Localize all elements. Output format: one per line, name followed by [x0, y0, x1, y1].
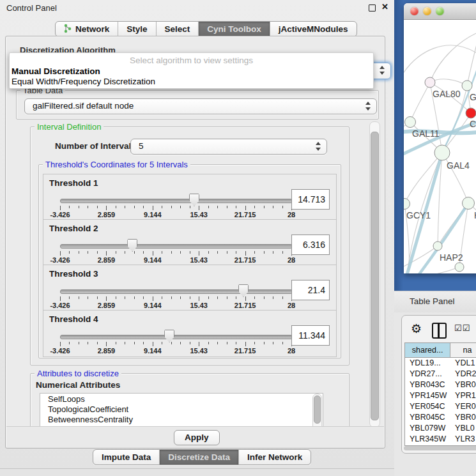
tab-discretize-data[interactable]: Discretize Data — [159, 450, 238, 464]
table-horizontal-scrollbar[interactable] — [404, 446, 476, 450]
zoom-traffic-light-icon[interactable] — [436, 7, 444, 15]
tab-network[interactable]: Network — [56, 22, 118, 36]
slider-thumb[interactable] — [164, 330, 174, 342]
network-canvas[interactable]: GAL80GACGAL11GAL4GCY1HHAP2 — [404, 20, 476, 273]
table-cell: YDL1 — [450, 358, 476, 369]
network-window: GAL80GACGAL11GAL4GCY1HHAP2 — [404, 3, 476, 273]
number-of-intervals-spinner[interactable]: 5 — [130, 139, 327, 155]
table-row[interactable]: YBR045CYBR0 — [405, 412, 476, 423]
column-layout-icon[interactable] — [432, 323, 447, 339]
select-columns-icon[interactable]: ☑☑ — [454, 323, 470, 333]
network-node[interactable] — [455, 263, 464, 272]
network-node[interactable] — [433, 242, 442, 250]
network-node[interactable] — [462, 81, 472, 91]
slider-track[interactable] — [60, 289, 293, 294]
table-row[interactable]: YDR27...YDR2 — [405, 369, 476, 380]
slider-tick-labels: -3.4262.8599.14415.4321.71528 — [60, 302, 291, 309]
bottom-tab-bar: Impute DataDiscretize DataInfer Network — [93, 449, 311, 465]
screenshot-root: Control Panel ✕ NetworkStyleSelectCyni T… — [0, 0, 476, 476]
network-node[interactable] — [404, 199, 410, 210]
dropdown-option-manual[interactable]: Manual Discretization — [12, 66, 100, 76]
settings-scroll-viewport: Interval Definition Number of Intervals … — [16, 121, 366, 426]
threshold-value-field[interactable]: 21.4 — [291, 280, 330, 300]
apply-button[interactable]: Apply — [174, 430, 220, 445]
threshold-value-field[interactable]: 14.713 — [291, 189, 330, 210]
float-window-icon[interactable] — [369, 4, 376, 12]
threshold-row-2: Threshold 2-3.4262.8599.14415.4321.71528… — [43, 219, 337, 266]
network-node[interactable] — [466, 108, 476, 118]
spinner-stepper-icon[interactable] — [315, 141, 321, 151]
node-label-gal11: GAL11 — [412, 128, 440, 139]
slider-tick-labels: -3.4262.8599.14415.4321.71528 — [60, 211, 291, 219]
thresholds-group-title: Threshold's Coordinates for 5 Intervals — [43, 160, 190, 169]
node-label-gcy1: GCY1 — [406, 210, 431, 220]
node-label-hap2: HAP2 — [440, 252, 463, 263]
network-node[interactable] — [425, 77, 435, 88]
column-header-na[interactable]: na — [450, 343, 476, 357]
close-traffic-light-icon[interactable] — [410, 7, 418, 15]
tab-label: Select — [165, 24, 190, 34]
slider-thumb[interactable] — [189, 194, 199, 206]
slider-track[interactable] — [60, 244, 293, 249]
table-cell: YPR1 — [450, 390, 476, 401]
attribute-item-topologicalcoefficient[interactable]: TopologicalCoefficient — [40, 404, 323, 414]
table-cell: YBL079W — [405, 423, 450, 434]
table-panel-header: Table Panel — [394, 291, 476, 313]
column-header-shared[interactable]: shared... — [405, 343, 450, 357]
apply-strip: Apply — [6, 426, 384, 448]
gear-icon[interactable]: ⚙ — [411, 321, 422, 336]
table-cell: YBR0 — [450, 380, 476, 390]
minimize-traffic-light-icon[interactable] — [423, 7, 431, 15]
slider-thumb[interactable] — [127, 239, 137, 252]
table-cell: YDR2 — [450, 369, 476, 380]
algorithm-combo-stepper-icon[interactable] — [379, 65, 385, 75]
tab-infer-network[interactable]: Infer Network — [238, 450, 311, 464]
dropdown-prompt: Select algorithm to view settings — [10, 56, 373, 65]
table-cell: YBL0 — [450, 423, 476, 434]
slider-ticks — [60, 206, 291, 211]
slider-track[interactable] — [60, 335, 293, 339]
network-desktop: GAL80GACGAL11GAL4GCY1HHAP2 — [394, 0, 476, 291]
threshold-row-1: Threshold 1-3.4262.8599.14415.4321.71528… — [43, 174, 337, 221]
tab-cyni-toolbox[interactable]: Cyni Toolbox — [198, 22, 270, 36]
tab-style[interactable]: Style — [118, 22, 155, 36]
table-cell: YER054C — [405, 401, 450, 412]
node-label-gal80: GAL80 — [433, 89, 461, 99]
network-tab-icon — [64, 24, 72, 35]
network-node[interactable] — [434, 145, 450, 160]
table-row[interactable]: YPR145WYPR1 — [405, 390, 476, 401]
attributes-list-scrollbar[interactable] — [312, 394, 322, 426]
table-data-combobox[interactable]: galFiltered.sif default node — [24, 98, 377, 114]
table-row[interactable]: YDL19...YDL1 — [405, 358, 476, 369]
threshold-label: Threshold 4 — [49, 314, 98, 324]
attribute-item-selfloops[interactable]: SelfLoops — [40, 394, 323, 404]
node-table[interactable]: shared...na YDL19...YDL1YDR27...YDR2YBR0… — [404, 342, 476, 446]
threshold-value-field[interactable]: 6.316 — [291, 234, 330, 255]
node-label-c: C — [470, 119, 476, 129]
table-row[interactable]: YLR345WYLR3 — [405, 434, 476, 445]
threshold-value-field[interactable]: 11.344 — [291, 325, 330, 346]
tab-select[interactable]: Select — [156, 22, 199, 36]
tab-label: jActiveMNodules — [279, 24, 348, 34]
table-row[interactable]: YBR043CYBR0 — [405, 380, 476, 390]
network-node[interactable] — [405, 117, 416, 128]
table-row[interactable]: YER054CYER0 — [405, 401, 476, 412]
network-node[interactable] — [463, 197, 475, 210]
table-cell: YPR145W — [405, 390, 450, 401]
tab-jactivemnodules[interactable]: jActiveMNodules — [270, 22, 357, 36]
slider-track[interactable] — [60, 199, 293, 203]
slider-thumb[interactable] — [238, 284, 249, 297]
numerical-attributes-list[interactable]: SelfLoopsTopologicalCoefficientBetweenne… — [40, 393, 323, 426]
tab-label: Style — [127, 24, 147, 34]
table-header-row: shared...na — [405, 343, 476, 358]
table-cell: YDL19... — [405, 358, 450, 369]
control-panel-window: Control Panel ✕ NetworkStyleSelectCyni T… — [0, 0, 394, 469]
attribute-item-betweennesscentrality[interactable]: BetweennessCentrality — [40, 414, 323, 424]
close-icon[interactable]: ✕ — [381, 2, 388, 12]
combo-stepper-icon[interactable] — [365, 101, 371, 111]
table-cell: YBR043C — [405, 380, 450, 390]
table-row[interactable]: YBL079WYBL0 — [405, 423, 476, 434]
settings-scrollbar[interactable] — [369, 121, 380, 427]
tab-impute-data[interactable]: Impute Data — [93, 450, 159, 464]
dropdown-option-equal-width[interactable]: Equal Width/Frequency Discretization — [12, 77, 155, 86]
